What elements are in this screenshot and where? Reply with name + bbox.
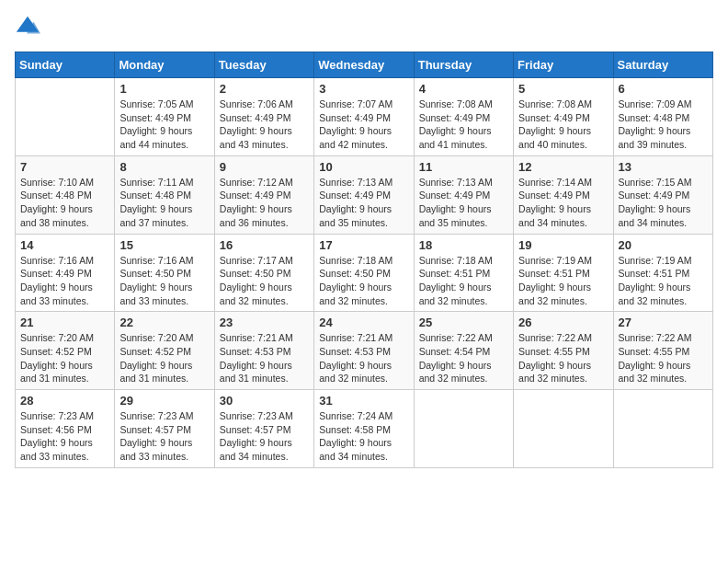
weekday-header: Sunday	[16, 52, 115, 78]
day-number: 9	[220, 160, 309, 174]
cell-info: Sunrise: 7:13 AMSunset: 4:49 PMDaylight:…	[319, 176, 408, 230]
weekday-header: Saturday	[613, 52, 712, 78]
cell-info: Sunrise: 7:08 AMSunset: 4:49 PMDaylight:…	[518, 98, 608, 152]
day-number: 23	[220, 316, 309, 329]
calendar-cell: 7Sunrise: 7:10 AMSunset: 4:48 PMDaylight…	[16, 155, 115, 234]
cell-info: Sunrise: 7:13 AMSunset: 4:49 PMDaylight:…	[419, 176, 508, 230]
day-number: 2	[220, 82, 309, 96]
day-number: 24	[319, 316, 408, 329]
cell-info: Sunrise: 7:18 AMSunset: 4:51 PMDaylight:…	[419, 254, 508, 308]
calendar-cell: 15Sunrise: 7:16 AMSunset: 4:50 PMDayligh…	[115, 234, 214, 312]
cell-info: Sunrise: 7:06 AMSunset: 4:49 PMDaylight:…	[220, 98, 309, 152]
calendar-cell: 6Sunrise: 7:09 AMSunset: 4:48 PMDaylight…	[613, 78, 712, 156]
cell-info: Sunrise: 7:22 AMSunset: 4:54 PMDaylight:…	[419, 331, 508, 385]
day-number: 22	[119, 316, 209, 329]
cell-info: Sunrise: 7:15 AMSunset: 4:49 PMDaylight:…	[619, 176, 708, 230]
calendar-cell: 5Sunrise: 7:08 AMSunset: 4:49 PMDaylight…	[514, 78, 613, 156]
cell-info: Sunrise: 7:23 AMSunset: 4:57 PMDaylight:…	[119, 409, 209, 464]
day-number: 29	[119, 394, 209, 408]
calendar-cell: 4Sunrise: 7:08 AMSunset: 4:49 PMDaylight…	[414, 78, 513, 156]
calendar: SundayMondayTuesdayWednesdayThursdayFrid…	[15, 52, 713, 468]
day-number: 17	[319, 238, 408, 252]
cell-info: Sunrise: 7:20 AMSunset: 4:52 PMDaylight:…	[20, 331, 109, 385]
calendar-cell: 31Sunrise: 7:24 AMSunset: 4:58 PMDayligh…	[314, 390, 414, 468]
day-number: 4	[419, 82, 508, 96]
day-number: 18	[419, 238, 508, 252]
cell-info: Sunrise: 7:21 AMSunset: 4:53 PMDaylight:…	[220, 331, 309, 385]
calendar-cell: 25Sunrise: 7:22 AMSunset: 4:54 PMDayligh…	[414, 312, 513, 390]
cell-info: Sunrise: 7:18 AMSunset: 4:50 PMDaylight:…	[319, 254, 408, 308]
cell-info: Sunrise: 7:24 AMSunset: 4:58 PMDaylight:…	[319, 409, 408, 464]
calendar-week-row: 1Sunrise: 7:05 AMSunset: 4:49 PMDaylight…	[16, 78, 713, 156]
calendar-week-row: 21Sunrise: 7:20 AMSunset: 4:52 PMDayligh…	[16, 312, 713, 390]
cell-info: Sunrise: 7:09 AMSunset: 4:48 PMDaylight:…	[619, 98, 708, 152]
cell-info: Sunrise: 7:17 AMSunset: 4:50 PMDaylight:…	[220, 254, 309, 308]
day-number: 1	[119, 82, 209, 96]
day-number: 7	[20, 160, 109, 174]
calendar-cell: 26Sunrise: 7:22 AMSunset: 4:55 PMDayligh…	[514, 312, 613, 390]
calendar-cell	[16, 78, 115, 156]
day-number: 6	[619, 82, 708, 96]
calendar-cell: 12Sunrise: 7:14 AMSunset: 4:49 PMDayligh…	[514, 155, 613, 234]
cell-info: Sunrise: 7:07 AMSunset: 4:49 PMDaylight:…	[319, 98, 408, 152]
cell-info: Sunrise: 7:08 AMSunset: 4:49 PMDaylight:…	[419, 98, 508, 152]
day-number: 10	[319, 160, 408, 174]
calendar-cell	[514, 390, 613, 468]
day-number: 8	[119, 160, 209, 174]
day-number: 27	[619, 316, 708, 329]
day-number: 12	[518, 160, 608, 174]
weekday-header: Friday	[514, 52, 613, 78]
day-number: 25	[419, 316, 508, 329]
cell-info: Sunrise: 7:14 AMSunset: 4:49 PMDaylight:…	[518, 176, 608, 230]
calendar-cell: 16Sunrise: 7:17 AMSunset: 4:50 PMDayligh…	[214, 234, 313, 312]
calendar-cell: 14Sunrise: 7:16 AMSunset: 4:49 PMDayligh…	[16, 234, 115, 312]
calendar-cell: 29Sunrise: 7:23 AMSunset: 4:57 PMDayligh…	[115, 390, 214, 468]
calendar-cell: 30Sunrise: 7:23 AMSunset: 4:57 PMDayligh…	[214, 390, 313, 468]
calendar-cell: 19Sunrise: 7:19 AMSunset: 4:51 PMDayligh…	[514, 234, 613, 312]
calendar-cell: 18Sunrise: 7:18 AMSunset: 4:51 PMDayligh…	[414, 234, 513, 312]
calendar-cell: 20Sunrise: 7:19 AMSunset: 4:51 PMDayligh…	[613, 234, 712, 312]
day-number: 13	[619, 160, 708, 174]
day-number: 11	[419, 160, 508, 174]
page-header	[15, 15, 713, 40]
day-number: 15	[119, 238, 209, 252]
cell-info: Sunrise: 7:22 AMSunset: 4:55 PMDaylight:…	[619, 331, 708, 385]
day-number: 19	[518, 238, 608, 252]
cell-info: Sunrise: 7:05 AMSunset: 4:49 PMDaylight:…	[119, 98, 209, 152]
calendar-cell	[613, 390, 712, 468]
day-number: 31	[319, 394, 408, 408]
logo-icon	[15, 15, 40, 40]
day-number: 3	[319, 82, 408, 96]
cell-info: Sunrise: 7:20 AMSunset: 4:52 PMDaylight:…	[119, 331, 209, 385]
calendar-header-row: SundayMondayTuesdayWednesdayThursdayFrid…	[16, 52, 713, 78]
day-number: 20	[619, 238, 708, 252]
calendar-cell: 1Sunrise: 7:05 AMSunset: 4:49 PMDaylight…	[115, 78, 214, 156]
calendar-cell: 8Sunrise: 7:11 AMSunset: 4:48 PMDaylight…	[115, 155, 214, 234]
calendar-cell: 23Sunrise: 7:21 AMSunset: 4:53 PMDayligh…	[214, 312, 313, 390]
calendar-cell: 17Sunrise: 7:18 AMSunset: 4:50 PMDayligh…	[314, 234, 414, 312]
calendar-week-row: 28Sunrise: 7:23 AMSunset: 4:56 PMDayligh…	[16, 390, 713, 468]
logo	[15, 15, 44, 40]
weekday-header: Wednesday	[314, 52, 414, 78]
day-number: 30	[220, 394, 309, 408]
cell-info: Sunrise: 7:22 AMSunset: 4:55 PMDaylight:…	[518, 331, 608, 385]
cell-info: Sunrise: 7:16 AMSunset: 4:50 PMDaylight:…	[119, 254, 209, 308]
day-number: 28	[20, 394, 109, 408]
day-number: 14	[20, 238, 109, 252]
calendar-week-row: 14Sunrise: 7:16 AMSunset: 4:49 PMDayligh…	[16, 234, 713, 312]
calendar-cell: 11Sunrise: 7:13 AMSunset: 4:49 PMDayligh…	[414, 155, 513, 234]
cell-info: Sunrise: 7:21 AMSunset: 4:53 PMDaylight:…	[319, 331, 408, 385]
cell-info: Sunrise: 7:19 AMSunset: 4:51 PMDaylight:…	[619, 254, 708, 308]
calendar-week-row: 7Sunrise: 7:10 AMSunset: 4:48 PMDaylight…	[16, 155, 713, 234]
calendar-cell: 27Sunrise: 7:22 AMSunset: 4:55 PMDayligh…	[613, 312, 712, 390]
calendar-cell: 21Sunrise: 7:20 AMSunset: 4:52 PMDayligh…	[16, 312, 115, 390]
calendar-cell: 10Sunrise: 7:13 AMSunset: 4:49 PMDayligh…	[314, 155, 414, 234]
calendar-cell: 3Sunrise: 7:07 AMSunset: 4:49 PMDaylight…	[314, 78, 414, 156]
cell-info: Sunrise: 7:11 AMSunset: 4:48 PMDaylight:…	[119, 176, 209, 230]
calendar-cell: 24Sunrise: 7:21 AMSunset: 4:53 PMDayligh…	[314, 312, 414, 390]
cell-info: Sunrise: 7:12 AMSunset: 4:49 PMDaylight:…	[220, 176, 309, 230]
cell-info: Sunrise: 7:19 AMSunset: 4:51 PMDaylight:…	[518, 254, 608, 308]
calendar-cell: 13Sunrise: 7:15 AMSunset: 4:49 PMDayligh…	[613, 155, 712, 234]
day-number: 5	[518, 82, 608, 96]
calendar-cell: 9Sunrise: 7:12 AMSunset: 4:49 PMDaylight…	[214, 155, 313, 234]
